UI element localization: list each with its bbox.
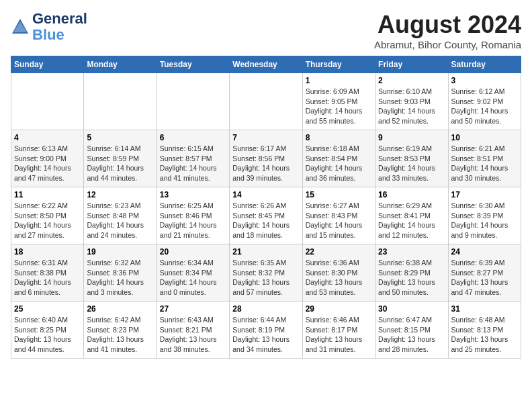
table-row bbox=[84, 73, 157, 130]
col-tuesday: Tuesday bbox=[157, 56, 229, 73]
day-number: 1 bbox=[306, 76, 372, 85]
table-row: 3Sunrise: 6:12 AM Sunset: 9:02 PM Daylig… bbox=[448, 73, 521, 130]
day-number: 14 bbox=[232, 190, 299, 199]
col-thursday: Thursday bbox=[302, 56, 375, 73]
day-info: Sunrise: 6:48 AM Sunset: 8:13 PM Dayligh… bbox=[451, 315, 518, 355]
day-info: Sunrise: 6:42 AM Sunset: 8:23 PM Dayligh… bbox=[87, 315, 153, 355]
day-info: Sunrise: 6:15 AM Sunset: 8:57 PM Dayligh… bbox=[160, 144, 226, 183]
day-number: 16 bbox=[378, 190, 445, 199]
day-info: Sunrise: 6:18 AM Sunset: 8:54 PM Dayligh… bbox=[306, 144, 372, 183]
day-number: 12 bbox=[87, 190, 153, 199]
day-info: Sunrise: 6:36 AM Sunset: 8:30 PM Dayligh… bbox=[306, 258, 372, 298]
day-info: Sunrise: 6:46 AM Sunset: 8:17 PM Dayligh… bbox=[306, 315, 372, 355]
day-number: 17 bbox=[451, 190, 518, 199]
col-saturday: Saturday bbox=[448, 56, 521, 73]
day-info: Sunrise: 6:25 AM Sunset: 8:46 PM Dayligh… bbox=[160, 201, 226, 240]
table-row: 12Sunrise: 6:23 AM Sunset: 8:48 PM Dayli… bbox=[84, 187, 157, 244]
day-number: 22 bbox=[306, 247, 372, 257]
table-row: 15Sunrise: 6:27 AM Sunset: 8:43 PM Dayli… bbox=[302, 187, 375, 244]
day-number: 4 bbox=[14, 133, 81, 142]
table-row: 24Sunrise: 6:39 AM Sunset: 8:27 PM Dayli… bbox=[448, 244, 521, 302]
day-info: Sunrise: 6:40 AM Sunset: 8:25 PM Dayligh… bbox=[14, 315, 81, 355]
table-row: 29Sunrise: 6:46 AM Sunset: 8:17 PM Dayli… bbox=[302, 302, 375, 359]
day-number: 28 bbox=[232, 304, 299, 314]
table-row: 18Sunrise: 6:31 AM Sunset: 8:38 PM Dayli… bbox=[11, 244, 84, 302]
day-number: 9 bbox=[378, 133, 445, 142]
table-row bbox=[230, 73, 302, 130]
table-row: 22Sunrise: 6:36 AM Sunset: 8:30 PM Dayli… bbox=[302, 244, 375, 302]
day-info: Sunrise: 6:38 AM Sunset: 8:29 PM Dayligh… bbox=[378, 258, 445, 298]
day-number: 30 bbox=[378, 304, 445, 314]
col-friday: Friday bbox=[375, 56, 448, 73]
day-info: Sunrise: 6:27 AM Sunset: 8:43 PM Dayligh… bbox=[306, 201, 372, 240]
table-row bbox=[11, 73, 84, 130]
table-row: 11Sunrise: 6:22 AM Sunset: 8:50 PM Dayli… bbox=[11, 187, 84, 244]
day-info: Sunrise: 6:14 AM Sunset: 8:59 PM Dayligh… bbox=[87, 144, 153, 183]
day-number: 26 bbox=[87, 304, 153, 314]
table-row: 13Sunrise: 6:25 AM Sunset: 8:46 PM Dayli… bbox=[157, 187, 229, 244]
table-row: 16Sunrise: 6:29 AM Sunset: 8:41 PM Dayli… bbox=[375, 187, 448, 244]
table-row: 9Sunrise: 6:19 AM Sunset: 8:53 PM Daylig… bbox=[375, 130, 448, 187]
table-row: 28Sunrise: 6:44 AM Sunset: 8:19 PM Dayli… bbox=[230, 302, 302, 359]
day-number: 18 bbox=[14, 247, 81, 257]
day-info: Sunrise: 6:17 AM Sunset: 8:56 PM Dayligh… bbox=[232, 144, 299, 183]
table-row: 26Sunrise: 6:42 AM Sunset: 8:23 PM Dayli… bbox=[84, 302, 157, 359]
day-info: Sunrise: 6:31 AM Sunset: 8:38 PM Dayligh… bbox=[14, 258, 81, 298]
day-number: 21 bbox=[232, 247, 299, 257]
day-info: Sunrise: 6:29 AM Sunset: 8:41 PM Dayligh… bbox=[378, 201, 445, 240]
svg-marker-1 bbox=[13, 21, 27, 32]
day-info: Sunrise: 6:32 AM Sunset: 8:36 PM Dayligh… bbox=[87, 258, 153, 298]
table-row: 8Sunrise: 6:18 AM Sunset: 8:54 PM Daylig… bbox=[302, 130, 375, 187]
calendar-body: 1Sunrise: 6:09 AM Sunset: 9:05 PM Daylig… bbox=[11, 73, 521, 359]
day-number: 5 bbox=[87, 133, 153, 142]
header: General Blue August 2024 Abramut, Bihor … bbox=[11, 11, 521, 50]
day-info: Sunrise: 6:19 AM Sunset: 8:53 PM Dayligh… bbox=[378, 144, 445, 183]
day-info: Sunrise: 6:43 AM Sunset: 8:21 PM Dayligh… bbox=[160, 315, 226, 355]
day-info: Sunrise: 6:30 AM Sunset: 8:39 PM Dayligh… bbox=[451, 201, 518, 240]
table-row: 19Sunrise: 6:32 AM Sunset: 8:36 PM Dayli… bbox=[84, 244, 157, 302]
col-monday: Monday bbox=[84, 56, 157, 73]
title-area: August 2024 Abramut, Bihor County, Roman… bbox=[374, 11, 521, 50]
table-row: 2Sunrise: 6:10 AM Sunset: 9:03 PM Daylig… bbox=[375, 73, 448, 130]
day-number: 31 bbox=[451, 304, 518, 314]
day-info: Sunrise: 6:34 AM Sunset: 8:34 PM Dayligh… bbox=[160, 258, 226, 298]
day-number: 20 bbox=[160, 247, 226, 257]
day-info: Sunrise: 6:23 AM Sunset: 8:48 PM Dayligh… bbox=[87, 201, 153, 240]
table-row bbox=[157, 73, 229, 130]
day-info: Sunrise: 6:44 AM Sunset: 8:19 PM Dayligh… bbox=[232, 315, 299, 355]
day-number: 13 bbox=[160, 190, 226, 199]
table-row: 27Sunrise: 6:43 AM Sunset: 8:21 PM Dayli… bbox=[157, 302, 229, 359]
table-row: 1Sunrise: 6:09 AM Sunset: 9:05 PM Daylig… bbox=[302, 73, 375, 130]
day-number: 24 bbox=[451, 247, 518, 257]
day-number: 23 bbox=[378, 247, 445, 257]
subtitle: Abramut, Bihor County, Romania bbox=[374, 39, 521, 50]
day-info: Sunrise: 6:47 AM Sunset: 8:15 PM Dayligh… bbox=[378, 315, 445, 355]
table-row: 23Sunrise: 6:38 AM Sunset: 8:29 PM Dayli… bbox=[375, 244, 448, 302]
table-row: 30Sunrise: 6:47 AM Sunset: 8:15 PM Dayli… bbox=[375, 302, 448, 359]
table-row: 14Sunrise: 6:26 AM Sunset: 8:45 PM Dayli… bbox=[230, 187, 302, 244]
logo-line1: General bbox=[32, 11, 87, 27]
table-row: 21Sunrise: 6:35 AM Sunset: 8:32 PM Dayli… bbox=[230, 244, 302, 302]
day-number: 7 bbox=[232, 133, 299, 142]
calendar-table: Sunday Monday Tuesday Wednesday Thursday… bbox=[11, 56, 521, 359]
day-info: Sunrise: 6:21 AM Sunset: 8:51 PM Dayligh… bbox=[451, 144, 518, 183]
table-row: 5Sunrise: 6:14 AM Sunset: 8:59 PM Daylig… bbox=[84, 130, 157, 187]
day-info: Sunrise: 6:09 AM Sunset: 9:05 PM Dayligh… bbox=[306, 87, 372, 126]
table-row: 31Sunrise: 6:48 AM Sunset: 8:13 PM Dayli… bbox=[448, 302, 521, 359]
table-row: 7Sunrise: 6:17 AM Sunset: 8:56 PM Daylig… bbox=[230, 130, 302, 187]
day-number: 10 bbox=[451, 133, 518, 142]
day-number: 8 bbox=[306, 133, 372, 142]
day-info: Sunrise: 6:22 AM Sunset: 8:50 PM Dayligh… bbox=[14, 201, 81, 240]
main-title: August 2024 bbox=[374, 11, 521, 39]
table-row: 20Sunrise: 6:34 AM Sunset: 8:34 PM Dayli… bbox=[157, 244, 229, 302]
calendar-header: Sunday Monday Tuesday Wednesday Thursday… bbox=[11, 56, 521, 73]
day-number: 19 bbox=[87, 247, 153, 257]
col-wednesday: Wednesday bbox=[230, 56, 302, 73]
day-info: Sunrise: 6:10 AM Sunset: 9:03 PM Dayligh… bbox=[378, 87, 445, 126]
day-number: 6 bbox=[160, 133, 226, 142]
day-info: Sunrise: 6:12 AM Sunset: 9:02 PM Dayligh… bbox=[451, 87, 518, 126]
day-number: 25 bbox=[14, 304, 81, 314]
logo-icon bbox=[11, 17, 30, 36]
table-row: 6Sunrise: 6:15 AM Sunset: 8:57 PM Daylig… bbox=[157, 130, 229, 187]
day-number: 15 bbox=[306, 190, 372, 199]
